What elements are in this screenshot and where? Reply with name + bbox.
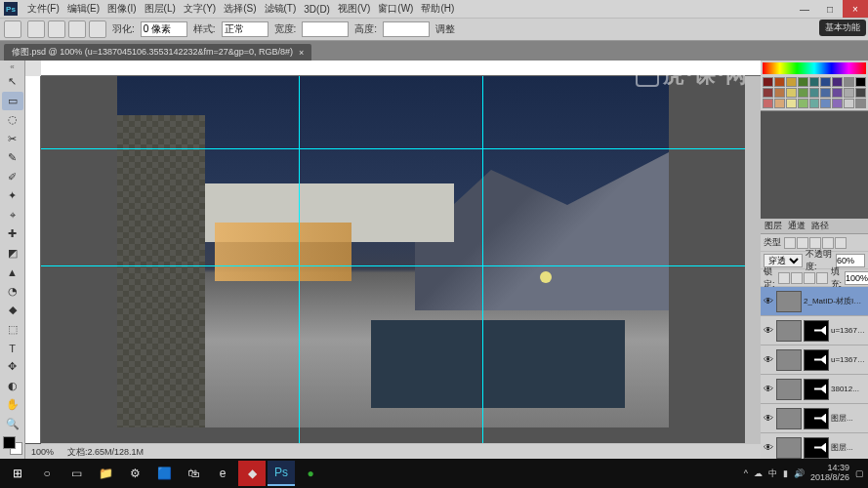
swatch[interactable] <box>832 77 843 87</box>
guide-horizontal[interactable] <box>41 148 745 149</box>
visibility-icon[interactable]: 👁 <box>763 296 774 306</box>
marquee-tool[interactable]: ▭ <box>2 92 23 109</box>
tray-clock[interactable]: 14:39 2018/8/26 <box>810 464 849 483</box>
swatch[interactable] <box>786 77 797 87</box>
app-store[interactable]: 🛍 <box>180 461 207 486</box>
tab-channels[interactable]: 通道 <box>788 220 806 232</box>
app-explorer[interactable]: 📁 <box>92 461 119 486</box>
ruler-origin[interactable] <box>25 61 41 76</box>
app-photoshop[interactable]: Ps <box>268 461 295 486</box>
layer-thumb[interactable] <box>776 437 802 459</box>
swatch[interactable] <box>763 77 773 87</box>
swatch[interactable] <box>786 88 797 98</box>
status-zoom[interactable]: 100% <box>31 447 54 457</box>
app-settings[interactable]: ⚙ <box>121 461 148 486</box>
feather-input[interactable] <box>141 21 187 37</box>
layer-mask[interactable] <box>804 320 829 342</box>
layer-thumb[interactable] <box>776 349 802 371</box>
layer-name[interactable]: u=13670... <box>831 326 866 335</box>
lock-icons[interactable] <box>778 272 828 284</box>
eyedropper-tool[interactable]: ✎ <box>2 149 23 167</box>
swatch[interactable] <box>820 99 831 108</box>
pen-tool[interactable]: ⬚ <box>2 320 23 338</box>
window-maximize[interactable]: □ <box>817 0 843 18</box>
visibility-icon[interactable]: 👁 <box>763 442 774 453</box>
layer-name[interactable]: u=13670... <box>831 355 866 364</box>
layer-name[interactable]: 38012... <box>831 385 866 393</box>
layer-mask[interactable] <box>804 349 829 371</box>
layer-thumb[interactable] <box>776 408 802 429</box>
stamp-tool[interactable]: ⌖ <box>2 206 23 224</box>
marquee-add[interactable] <box>48 20 65 38</box>
swatch[interactable] <box>809 99 820 108</box>
layer-row[interactable]: 👁2_MatID-材质ID图 <box>761 287 868 316</box>
ruler-vertical[interactable] <box>25 76 41 443</box>
visibility-icon[interactable]: 👁 <box>763 384 774 394</box>
tray-ime[interactable]: 中 <box>768 468 777 480</box>
layer-name[interactable]: 图层... <box>831 413 866 424</box>
app-wechat[interactable]: ● <box>297 461 324 486</box>
panel-icon[interactable] <box>747 221 761 242</box>
type-tool[interactable]: T <box>2 339 23 356</box>
layer-mask[interactable] <box>804 437 829 459</box>
menu-edit[interactable]: 编辑(E) <box>63 2 103 16</box>
menu-type[interactable]: 文字(Y) <box>180 2 220 16</box>
ruler-horizontal[interactable] <box>41 61 761 76</box>
move-tool[interactable]: ↖ <box>2 73 23 91</box>
hand-tool[interactable]: ✋ <box>2 396 23 414</box>
scrollbar-vertical[interactable] <box>745 76 761 443</box>
swatch[interactable] <box>786 99 797 108</box>
layer-thumb[interactable] <box>776 291 802 312</box>
menu-file[interactable]: 文件(F) <box>23 2 63 16</box>
layer-thumb[interactable] <box>776 379 802 400</box>
color-swatches[interactable] <box>3 436 22 455</box>
layer-mask[interactable] <box>804 379 829 400</box>
swatch[interactable] <box>763 99 773 108</box>
tray-onedrive-icon[interactable]: ☁ <box>754 468 763 478</box>
menu-select[interactable]: 选择(S) <box>220 2 260 16</box>
visibility-icon[interactable]: 👁 <box>763 325 774 336</box>
blur-tool[interactable]: ◔ <box>2 282 23 300</box>
menu-view[interactable]: 视图(V) <box>334 2 374 16</box>
gradient-tool[interactable]: ▲ <box>2 263 23 280</box>
tray-chevron-icon[interactable]: ^ <box>744 468 748 478</box>
canvas[interactable] <box>41 76 745 443</box>
swatch[interactable] <box>844 88 854 98</box>
app-edge[interactable]: e <box>209 461 236 486</box>
app-sketchup[interactable]: ◆ <box>238 461 266 486</box>
swatch[interactable] <box>855 99 866 108</box>
dodge-tool[interactable]: ◆ <box>2 301 23 318</box>
marquee-sub[interactable] <box>68 20 86 38</box>
toolbox-collapse[interactable]: « <box>0 62 24 72</box>
swatch[interactable] <box>855 88 866 98</box>
tab-close[interactable]: × <box>299 48 304 58</box>
style-select[interactable] <box>222 21 269 37</box>
zoom-tool[interactable]: 🔍 <box>2 415 23 432</box>
layer-thumb[interactable] <box>776 320 802 342</box>
window-minimize[interactable]: — <box>792 0 817 18</box>
menu-image[interactable]: 图像(I) <box>103 2 140 16</box>
task-view-icon[interactable]: ▭ <box>62 461 90 486</box>
height-input[interactable] <box>383 21 430 37</box>
eraser-tool[interactable]: ◩ <box>2 244 23 262</box>
visibility-icon[interactable]: 👁 <box>763 354 774 365</box>
swatch[interactable] <box>809 88 820 98</box>
status-doc[interactable]: 文档:2.65M/128.1M <box>67 446 144 459</box>
layer-row[interactable]: 👁u=13670... <box>761 316 868 346</box>
swatch[interactable] <box>798 88 808 98</box>
swatch[interactable] <box>809 77 820 87</box>
layer-row[interactable]: 👁u=13670... <box>761 346 868 375</box>
swatch[interactable] <box>855 77 866 87</box>
start-button[interactable]: ⊞ <box>4 461 31 486</box>
history-brush-tool[interactable]: ✚ <box>2 224 23 242</box>
marquee-new[interactable] <box>27 20 45 38</box>
window-close[interactable]: × <box>843 0 868 18</box>
layer-name[interactable]: 图层... <box>831 442 866 453</box>
panel-icon[interactable] <box>747 197 761 219</box>
menu-3d[interactable]: 3D(D) <box>300 4 334 15</box>
swatch[interactable] <box>774 88 785 98</box>
swatch[interactable] <box>820 88 831 98</box>
menu-window[interactable]: 窗口(W) <box>374 2 417 16</box>
workspace-switcher[interactable]: 基本功能 <box>819 20 866 36</box>
search-icon[interactable]: ○ <box>33 461 61 486</box>
